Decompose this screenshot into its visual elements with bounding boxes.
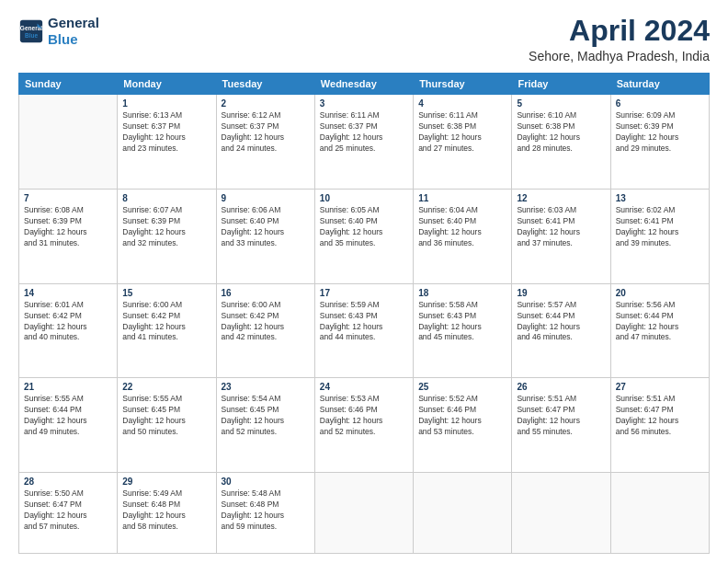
day-info: Sunrise: 5:48 AMSunset: 6:48 PMDaylight:…	[222, 488, 310, 533]
day-info: Sunrise: 6:09 AMSunset: 6:39 PMDaylight:…	[616, 110, 704, 155]
calendar-cell: 26Sunrise: 5:51 AMSunset: 6:47 PMDayligh…	[512, 378, 610, 473]
logo: General Blue General Blue	[18, 15, 99, 48]
calendar-cell: 9Sunrise: 6:06 AMSunset: 6:40 PMDaylight…	[216, 189, 314, 283]
day-number: 5	[517, 98, 605, 109]
calendar-cell: 3Sunrise: 6:11 AMSunset: 6:37 PMDaylight…	[314, 95, 413, 190]
day-info: Sunrise: 5:54 AMSunset: 6:45 PMDaylight:…	[222, 394, 310, 438]
day-info: Sunrise: 5:59 AMSunset: 6:43 PMDaylight:…	[320, 300, 408, 344]
day-info: Sunrise: 6:03 AMSunset: 6:41 PMDaylight:…	[517, 205, 605, 249]
day-number: 27	[616, 382, 704, 392]
calendar-cell: 24Sunrise: 5:53 AMSunset: 6:46 PMDayligh…	[314, 378, 413, 473]
day-number: 22	[122, 382, 210, 392]
day-info: Sunrise: 6:00 AMSunset: 6:42 PMDaylight:…	[122, 300, 210, 344]
calendar-cell: 20Sunrise: 5:56 AMSunset: 6:44 PMDayligh…	[610, 283, 709, 378]
day-info: Sunrise: 5:57 AMSunset: 6:44 PMDaylight:…	[517, 300, 605, 344]
day-number: 14	[24, 288, 112, 298]
calendar-week-row: 1Sunrise: 6:13 AMSunset: 6:37 PMDaylight…	[19, 95, 710, 190]
calendar-cell: 8Sunrise: 6:07 AMSunset: 6:39 PMDaylight…	[118, 189, 216, 283]
day-number: 6	[616, 98, 704, 109]
day-info: Sunrise: 5:55 AMSunset: 6:45 PMDaylight:…	[122, 394, 210, 438]
subtitle: Sehore, Madhya Pradesh, India	[529, 49, 710, 63]
day-number: 2	[222, 98, 310, 109]
calendar-day-header: Sunday	[19, 74, 118, 95]
day-number: 30	[222, 477, 310, 487]
day-number: 11	[418, 193, 506, 203]
day-number: 7	[24, 193, 112, 203]
day-number: 25	[418, 382, 506, 392]
day-info: Sunrise: 6:11 AMSunset: 6:37 PMDaylight:…	[320, 110, 408, 155]
calendar-cell: 29Sunrise: 5:49 AMSunset: 6:48 PMDayligh…	[118, 473, 216, 554]
calendar-header-row: SundayMondayTuesdayWednesdayThursdayFrid…	[19, 74, 710, 95]
day-info: Sunrise: 5:56 AMSunset: 6:44 PMDaylight:…	[616, 300, 704, 344]
day-info: Sunrise: 6:01 AMSunset: 6:42 PMDaylight:…	[24, 300, 112, 344]
day-number: 3	[320, 98, 408, 109]
calendar-week-row: 14Sunrise: 6:01 AMSunset: 6:42 PMDayligh…	[19, 283, 710, 378]
day-number: 10	[320, 193, 408, 203]
day-info: Sunrise: 6:06 AMSunset: 6:40 PMDaylight:…	[222, 205, 310, 249]
day-info: Sunrise: 6:10 AMSunset: 6:38 PMDaylight:…	[517, 110, 605, 155]
day-info: Sunrise: 5:51 AMSunset: 6:47 PMDaylight:…	[517, 394, 605, 438]
calendar-cell: 27Sunrise: 5:51 AMSunset: 6:47 PMDayligh…	[610, 378, 709, 473]
svg-text:Blue: Blue	[25, 32, 38, 39]
day-number: 18	[418, 288, 506, 298]
day-info: Sunrise: 6:08 AMSunset: 6:39 PMDaylight:…	[24, 205, 112, 249]
day-number: 9	[222, 193, 310, 203]
day-info: Sunrise: 5:55 AMSunset: 6:44 PMDaylight:…	[24, 394, 112, 438]
day-info: Sunrise: 6:11 AMSunset: 6:38 PMDaylight:…	[418, 110, 506, 155]
calendar-week-row: 21Sunrise: 5:55 AMSunset: 6:44 PMDayligh…	[19, 378, 710, 473]
day-number: 4	[418, 98, 506, 109]
calendar-cell: 14Sunrise: 6:01 AMSunset: 6:42 PMDayligh…	[19, 283, 118, 378]
day-info: Sunrise: 6:02 AMSunset: 6:41 PMDaylight:…	[616, 205, 704, 249]
calendar-cell: 19Sunrise: 5:57 AMSunset: 6:44 PMDayligh…	[512, 283, 610, 378]
day-number: 15	[122, 288, 210, 298]
day-info: Sunrise: 5:53 AMSunset: 6:46 PMDaylight:…	[320, 394, 408, 438]
calendar-cell: 4Sunrise: 6:11 AMSunset: 6:38 PMDaylight…	[414, 95, 512, 190]
day-number: 8	[122, 193, 210, 203]
calendar-cell: 23Sunrise: 5:54 AMSunset: 6:45 PMDayligh…	[216, 378, 314, 473]
page: General Blue General Blue April 2024 Seh…	[0, 0, 728, 563]
day-number: 23	[222, 382, 310, 392]
calendar-day-header: Thursday	[414, 74, 512, 95]
title-block: April 2024 Sehore, Madhya Pradesh, India	[529, 15, 710, 63]
main-title: April 2024	[529, 15, 710, 47]
day-number: 1	[122, 98, 210, 109]
day-number: 29	[122, 477, 210, 487]
calendar-cell: 10Sunrise: 6:05 AMSunset: 6:40 PMDayligh…	[314, 189, 413, 283]
calendar-cell: 16Sunrise: 6:00 AMSunset: 6:42 PMDayligh…	[216, 283, 314, 378]
day-info: Sunrise: 6:00 AMSunset: 6:42 PMDaylight:…	[222, 300, 310, 344]
day-number: 19	[517, 288, 605, 298]
calendar-cell: 15Sunrise: 6:00 AMSunset: 6:42 PMDayligh…	[118, 283, 216, 378]
day-number: 17	[320, 288, 408, 298]
calendar-cell: 12Sunrise: 6:03 AMSunset: 6:41 PMDayligh…	[512, 189, 610, 283]
logo-icon: General Blue	[18, 18, 44, 44]
calendar-table: SundayMondayTuesdayWednesdayThursdayFrid…	[18, 73, 710, 554]
calendar-day-header: Saturday	[610, 74, 709, 95]
calendar-cell	[414, 473, 512, 554]
calendar-cell: 28Sunrise: 5:50 AMSunset: 6:47 PMDayligh…	[19, 473, 118, 554]
logo-text: General Blue	[48, 15, 99, 48]
calendar-cell: 25Sunrise: 5:52 AMSunset: 6:46 PMDayligh…	[414, 378, 512, 473]
calendar-cell: 1Sunrise: 6:13 AMSunset: 6:37 PMDaylight…	[118, 95, 216, 190]
calendar-cell	[19, 95, 118, 190]
calendar-day-header: Tuesday	[216, 74, 314, 95]
calendar-cell: 30Sunrise: 5:48 AMSunset: 6:48 PMDayligh…	[216, 473, 314, 554]
calendar-cell	[314, 473, 413, 554]
day-info: Sunrise: 5:50 AMSunset: 6:47 PMDaylight:…	[24, 488, 112, 533]
day-info: Sunrise: 5:51 AMSunset: 6:47 PMDaylight:…	[616, 394, 704, 438]
calendar-day-header: Friday	[512, 74, 610, 95]
calendar-cell: 21Sunrise: 5:55 AMSunset: 6:44 PMDayligh…	[19, 378, 118, 473]
calendar-cell: 18Sunrise: 5:58 AMSunset: 6:43 PMDayligh…	[414, 283, 512, 378]
day-info: Sunrise: 5:52 AMSunset: 6:46 PMDaylight:…	[418, 394, 506, 438]
calendar-cell	[512, 473, 610, 554]
day-number: 21	[24, 382, 112, 392]
day-number: 24	[320, 382, 408, 392]
calendar-cell: 11Sunrise: 6:04 AMSunset: 6:40 PMDayligh…	[414, 189, 512, 283]
day-info: Sunrise: 6:04 AMSunset: 6:40 PMDaylight:…	[418, 205, 506, 249]
calendar-week-row: 7Sunrise: 6:08 AMSunset: 6:39 PMDaylight…	[19, 189, 710, 283]
calendar-cell: 17Sunrise: 5:59 AMSunset: 6:43 PMDayligh…	[314, 283, 413, 378]
calendar-day-header: Wednesday	[314, 74, 413, 95]
day-number: 28	[24, 477, 112, 487]
day-info: Sunrise: 5:49 AMSunset: 6:48 PMDaylight:…	[122, 488, 210, 533]
day-info: Sunrise: 6:07 AMSunset: 6:39 PMDaylight:…	[122, 205, 210, 249]
day-number: 20	[616, 288, 704, 298]
